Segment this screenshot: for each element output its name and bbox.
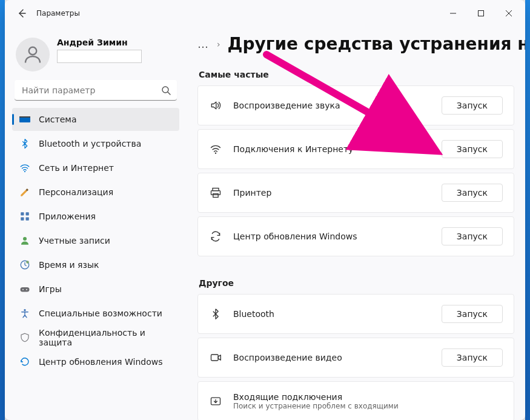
gaming-icon bbox=[19, 284, 30, 295]
chevron-right-icon: › bbox=[217, 39, 220, 49]
nav-item-privacy[interactable]: Конфиденциальность и защита bbox=[12, 326, 179, 349]
back-button[interactable] bbox=[11, 2, 33, 24]
nav-item-personalization[interactable]: Персонализация bbox=[12, 181, 179, 204]
accounts-icon bbox=[19, 235, 30, 246]
audio-icon bbox=[209, 99, 222, 112]
arrow-left-icon bbox=[17, 8, 27, 18]
troubleshooter-card-audio: Воспроизведение звука Запуск bbox=[197, 85, 514, 125]
svg-point-1 bbox=[29, 47, 37, 55]
personalization-icon bbox=[19, 187, 30, 198]
card-title: Принтер bbox=[233, 188, 442, 198]
run-button[interactable]: Запуск bbox=[442, 348, 503, 367]
minimize-icon bbox=[450, 10, 456, 16]
settings-window: Параметры Ан bbox=[5, 0, 525, 420]
bluetooth-icon bbox=[209, 307, 222, 321]
svg-rect-0 bbox=[479, 11, 484, 16]
run-button[interactable]: Запуск bbox=[442, 227, 503, 245]
sync-icon bbox=[209, 230, 222, 243]
nav-label: Персонализация bbox=[39, 187, 113, 197]
section-header-frequent: Самые частые bbox=[199, 70, 514, 79]
video-icon bbox=[209, 351, 222, 364]
svg-rect-9 bbox=[26, 218, 29, 221]
svg-point-12 bbox=[26, 261, 29, 264]
nav-label: Приложения bbox=[39, 212, 96, 221]
nav-label: Bluetooth и устройства bbox=[39, 139, 141, 148]
troubleshooter-card-incoming: Входящие подключения Поиск и устранение … bbox=[197, 381, 514, 420]
apps-icon bbox=[19, 211, 30, 222]
card-title: Bluetooth bbox=[233, 309, 442, 319]
nav-item-accounts[interactable]: Учетные записи bbox=[12, 229, 179, 252]
nav-item-bluetooth[interactable]: Bluetooth и устройства bbox=[12, 132, 179, 155]
desktop-wallpaper-left bbox=[0, 0, 5, 420]
person-icon bbox=[22, 44, 44, 65]
card-title: Воспроизведение звука bbox=[233, 101, 442, 110]
desktop-wallpaper-right bbox=[525, 0, 530, 420]
nav-label: Система bbox=[39, 115, 76, 124]
card-title: Входящие подключения bbox=[233, 392, 503, 402]
printer-icon bbox=[209, 186, 222, 199]
page-title: Другие средства устранения неполадок bbox=[228, 34, 525, 54]
search-box[interactable] bbox=[15, 80, 177, 101]
run-button[interactable]: Запуск bbox=[442, 96, 503, 115]
svg-rect-20 bbox=[213, 194, 218, 198]
nav-item-gaming[interactable]: Игры bbox=[12, 278, 179, 301]
close-icon bbox=[506, 10, 512, 16]
nav-label: Учетные записи bbox=[39, 236, 110, 245]
svg-point-17 bbox=[215, 153, 216, 154]
update-icon bbox=[19, 356, 30, 367]
incoming-icon bbox=[209, 395, 222, 408]
nav-label: Сеть и Интернет bbox=[39, 163, 114, 173]
main-content: … › Другие средства устранения неполадок… bbox=[187, 27, 525, 420]
card-subtitle: Поиск и устранение проблем с входящими bbox=[233, 402, 503, 410]
wifi-icon bbox=[209, 142, 222, 156]
accessibility-icon bbox=[19, 308, 30, 319]
bluetooth-icon bbox=[19, 138, 30, 149]
content-scroll[interactable]: Самые частые Воспроизведение звука Запус… bbox=[197, 66, 525, 420]
nav-label: Время и язык bbox=[39, 260, 99, 270]
window-controls bbox=[439, 4, 523, 23]
time-icon bbox=[19, 259, 30, 270]
search-icon bbox=[161, 85, 171, 95]
svg-rect-4 bbox=[19, 116, 30, 118]
troubleshooter-card-printer: Принтер Запуск bbox=[197, 173, 514, 213]
nav-label: Центр обновления Windows bbox=[39, 357, 162, 367]
run-button[interactable]: Запуск bbox=[442, 184, 503, 202]
card-title: Подключения к Интернету bbox=[233, 144, 442, 154]
nav-item-time[interactable]: Время и язык bbox=[12, 253, 179, 276]
maximize-button[interactable] bbox=[467, 4, 495, 23]
troubleshooter-card-video: Воспроизведение видео Запуск bbox=[197, 338, 514, 378]
titlebar: Параметры bbox=[5, 0, 525, 27]
nav-item-system[interactable]: Система bbox=[12, 108, 179, 131]
minimize-button[interactable] bbox=[439, 4, 467, 23]
svg-rect-21 bbox=[211, 355, 219, 361]
profile-email-redacted bbox=[57, 50, 142, 63]
svg-point-2 bbox=[162, 87, 168, 93]
troubleshooter-card-wifi: Подключения к Интернету Запуск bbox=[197, 129, 514, 169]
run-button[interactable]: Запуск bbox=[442, 140, 503, 158]
profile-block[interactable]: Андрей Зимин bbox=[10, 32, 182, 80]
nav-label: Конфиденциальность и защита bbox=[39, 328, 172, 347]
svg-point-15 bbox=[26, 289, 27, 290]
section-header-other: Другое bbox=[199, 278, 514, 288]
close-button[interactable] bbox=[495, 4, 523, 23]
avatar bbox=[16, 38, 50, 72]
nav-item-network[interactable]: Сеть и Интернет bbox=[12, 156, 179, 179]
nav-label: Игры bbox=[39, 284, 62, 294]
search-input[interactable] bbox=[15, 80, 177, 101]
svg-rect-13 bbox=[21, 287, 30, 292]
svg-point-5 bbox=[24, 171, 25, 172]
card-title: Воспроизведение видео bbox=[233, 353, 442, 362]
breadcrumb: … › Другие средства устранения неполадок bbox=[197, 34, 525, 54]
maximize-icon bbox=[478, 10, 484, 16]
nav-item-accessibility[interactable]: Специальные возможности bbox=[12, 302, 179, 325]
card-title: Центр обновления Windows bbox=[233, 232, 442, 241]
nav-item-update[interactable]: Центр обновления Windows bbox=[12, 350, 179, 373]
run-button[interactable]: Запуск bbox=[442, 305, 503, 323]
svg-rect-7 bbox=[26, 212, 29, 215]
breadcrumb-overflow[interactable]: … bbox=[197, 38, 210, 50]
nav-item-apps[interactable]: Приложения bbox=[12, 205, 179, 228]
network-icon bbox=[19, 162, 30, 173]
svg-rect-8 bbox=[21, 218, 24, 221]
nav-label: Специальные возможности bbox=[39, 308, 162, 318]
svg-rect-19 bbox=[211, 191, 220, 195]
